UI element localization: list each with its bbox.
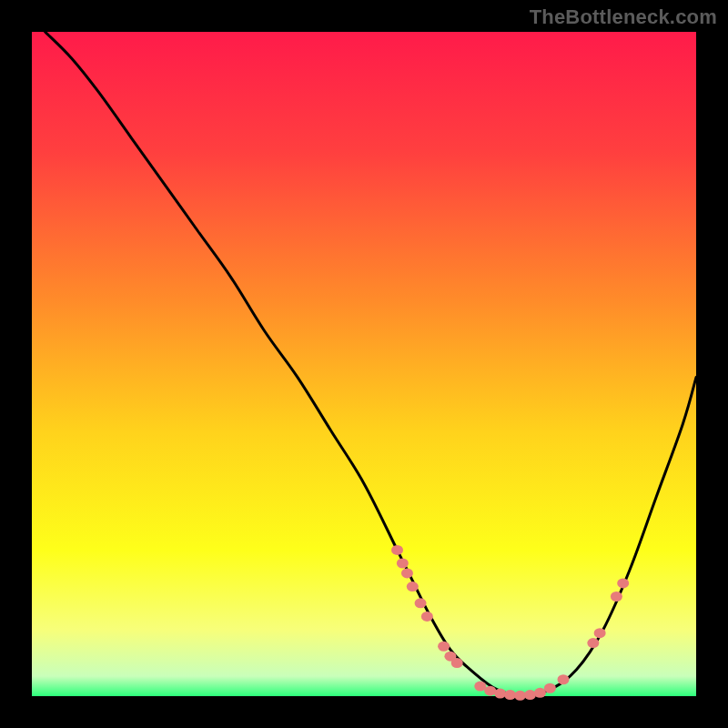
data-marker bbox=[407, 581, 419, 592]
data-marker bbox=[438, 642, 450, 652]
data-marker bbox=[401, 568, 413, 578]
chart-svg bbox=[32, 32, 696, 696]
data-marker bbox=[558, 674, 570, 684]
bottleneck-curve bbox=[46, 32, 696, 696]
data-marker bbox=[534, 688, 546, 698]
data-marker bbox=[524, 690, 536, 700]
watermark-text: TheBottleneck.com bbox=[530, 5, 717, 29]
plot-area bbox=[32, 32, 696, 696]
chart-frame: TheBottleneck.com bbox=[0, 0, 728, 728]
data-marker bbox=[421, 612, 433, 622]
data-marker bbox=[594, 628, 606, 638]
data-marker bbox=[474, 682, 486, 692]
data-marker bbox=[617, 578, 629, 588]
data-marker bbox=[451, 658, 463, 668]
data-marker bbox=[494, 689, 506, 699]
data-marker bbox=[391, 545, 403, 555]
data-marker bbox=[544, 683, 556, 693]
data-marker bbox=[611, 592, 622, 602]
data-marker bbox=[397, 559, 409, 569]
data-marker bbox=[587, 638, 599, 648]
data-marker bbox=[415, 598, 427, 608]
